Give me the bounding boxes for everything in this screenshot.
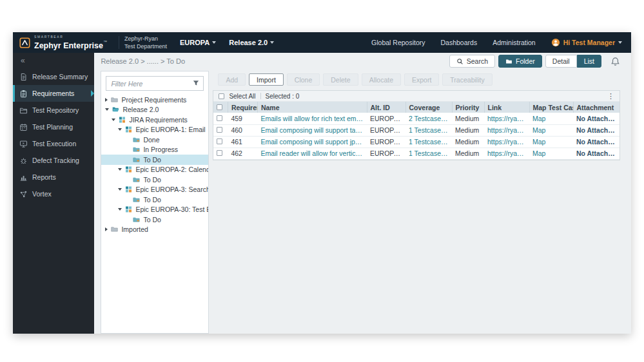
column-header-coverage[interactable]: Coverage [405, 102, 452, 113]
sidebar-item-test-execution[interactable]: Test Execution [13, 135, 94, 152]
cell-map-test-case[interactable]: Map [529, 148, 573, 159]
tree-node-epic-europa-30-test-epic[interactable]: Epic EUROPA-30: Test Epic [101, 205, 208, 215]
folder-button[interactable]: Folder [498, 55, 542, 68]
tree-node-epic-europa-3-search[interactable]: Epic EUROPA-3: Search [101, 185, 208, 195]
tree-node-project-requirements[interactable]: Project Requirements [101, 95, 208, 105]
table-row[interactable]: 462Email reader will allow for vertical … [213, 148, 620, 159]
nav-global-repository[interactable]: Global Repository [371, 39, 425, 46]
cell-name-link[interactable]: Emails will allow for rich text embeddin… [257, 113, 367, 124]
cell-coverage-link[interactable]: 1 Testcase(s) C... [405, 136, 452, 148]
toolbar-import-button[interactable]: Import [249, 73, 284, 86]
column-header-name[interactable]: Name [257, 102, 367, 113]
toolbar-allocate-button[interactable]: Allocate [362, 73, 401, 86]
toolbar-add-button[interactable]: Add [218, 73, 246, 86]
sidebar-item-label: Reports [32, 173, 56, 181]
sidebar-item-requirements[interactable]: Requirements [13, 85, 94, 102]
tree-node-to-do[interactable]: To Do [101, 214, 208, 225]
tree-node-to-do[interactable]: To Do [101, 155, 208, 165]
tree-node-imported[interactable]: Imported [101, 225, 208, 235]
requirements-grid-panel: AddImportCloneDeleteAllocateExportTracea… [213, 71, 620, 334]
tree-node-done[interactable]: Done [101, 135, 208, 145]
cell-checkbox [213, 124, 228, 136]
select-all-checkbox[interactable] [219, 93, 224, 99]
sidebar-item-label: Test Execution [32, 140, 76, 148]
tree-arrow[interactable] [118, 188, 122, 191]
filter-input[interactable] [106, 76, 204, 91]
column-header-requireme[interactable]: Requireme... [228, 102, 257, 113]
filter-funnel-icon[interactable] [192, 79, 200, 87]
sidebar-item-release-summary[interactable]: Release Summary [13, 68, 94, 85]
header-checkbox[interactable] [217, 104, 222, 110]
tree-arrow[interactable] [118, 128, 122, 131]
tree-node-label: Project Requirements [121, 96, 186, 104]
brand-smartbear-label: SMARTBEAR [34, 35, 107, 39]
tree-arrow[interactable] [105, 98, 108, 102]
tree-node-release-2-0[interactable]: Release 2.0 [101, 105, 208, 115]
column-header-priority[interactable]: Priority [452, 102, 484, 113]
cell-link-url[interactable]: https://ryan.y... [484, 124, 529, 136]
column-header-alt-id[interactable]: Alt. ID [367, 102, 405, 113]
nav-administration[interactable]: Administration [493, 39, 536, 46]
leaf-icon [132, 176, 141, 184]
row-checkbox[interactable] [217, 138, 222, 144]
tree-node-to-do[interactable]: To Do [101, 175, 208, 185]
tree-arrow[interactable] [118, 168, 122, 171]
tree-node-epic-europa-1-email[interactable]: Epic EUROPA-1: Email [101, 125, 208, 135]
cell-map-test-case[interactable]: Map [529, 136, 573, 148]
row-checkbox[interactable] [217, 115, 222, 121]
release-dropdown[interactable]: Release 2.0 [229, 39, 274, 46]
sidebar-collapse-button[interactable]: « [13, 53, 94, 68]
sidebar-item-vortex[interactable]: Vortex [13, 186, 94, 202]
cell-link-url[interactable]: https://ryan.y... [484, 136, 529, 148]
tree-node-epic-europa-2-calendar[interactable]: Epic EUROPA-2: Calendar [101, 165, 208, 175]
cell-coverage-link[interactable]: 1 Testcase(s) C... [405, 124, 452, 136]
tree-node-label: JIRA Requirements [129, 116, 187, 124]
sidebar-item-test-repository[interactable]: Test Repository [13, 102, 94, 119]
tree-node-in-progress[interactable]: In Progress [101, 145, 208, 155]
table-row[interactable]: 459Emails will allow for rich text embed… [213, 113, 620, 124]
cell-name-link[interactable]: Email reader will allow for vertical and… [257, 148, 367, 159]
table-menu-icon[interactable]: ⋮ [607, 93, 614, 100]
tree-arrow[interactable] [112, 119, 115, 121]
table-row[interactable]: 460Email composing will support tablesEU… [213, 124, 620, 136]
notifications-bell-icon[interactable] [610, 57, 620, 66]
column-header-attachment[interactable]: Attachment [573, 102, 620, 113]
cell-requirement-id: 459 [228, 113, 257, 124]
tree-arrow[interactable] [118, 208, 122, 211]
detail-view-button[interactable]: Detail [545, 55, 577, 68]
brand-text: SMARTBEAR Zephyr Enterprise™ [34, 35, 107, 50]
tree-node-to-do[interactable]: To Do [101, 195, 208, 205]
table-row[interactable]: 461Email composing will support jpeg, pn… [213, 136, 620, 148]
cell-link-url[interactable]: https://ryan.y... [484, 113, 529, 124]
sidebar-item-reports[interactable]: Reports [13, 169, 94, 186]
sidebar-item-defect-tracking[interactable]: Defect Tracking [13, 152, 94, 169]
sidebar-item-test-planning[interactable]: Test Planning [13, 119, 94, 135]
cell-map-test-case[interactable]: Map [529, 124, 573, 136]
project-dropdown[interactable]: EUROPA [180, 39, 216, 46]
column-header-link[interactable]: Link [484, 102, 529, 113]
toolbar-export-button[interactable]: Export [404, 73, 439, 86]
cell-link-url[interactable]: https://ryan.y... [484, 148, 529, 159]
cell-coverage-link[interactable]: 1 Testcase(s) Co... [405, 148, 452, 159]
row-checkbox[interactable] [217, 127, 222, 133]
cell-checkbox [213, 113, 228, 124]
column-header-map-test-case[interactable]: Map Test Case [529, 102, 573, 113]
tree-node-label: Release 2.0 [122, 106, 159, 113]
cell-coverage-link[interactable]: 2 Testcase(s) Co... [405, 113, 452, 124]
tree-arrow[interactable] [105, 108, 109, 111]
cell-map-test-case[interactable]: Map [529, 113, 573, 124]
user-menu[interactable]: Hi Test Manager [551, 38, 622, 47]
list-view-button[interactable]: List [577, 55, 601, 68]
search-button[interactable]: Search [449, 55, 495, 68]
monitor-icon [19, 140, 28, 148]
toolbar-clone-button[interactable]: Clone [287, 73, 320, 86]
tree-arrow[interactable] [105, 227, 108, 231]
row-checkbox[interactable] [217, 150, 222, 156]
toolbar-traceability-button[interactable]: Traceability [442, 73, 492, 86]
tree-node-jira-requirements[interactable]: JIRA Requirements [101, 115, 208, 125]
nav-dashboards[interactable]: Dashboards [441, 39, 478, 46]
sidebar-items: Release SummaryRequirementsTest Reposito… [13, 68, 94, 202]
cell-name-link[interactable]: Email composing will support jpeg, png, … [257, 136, 367, 148]
toolbar-delete-button[interactable]: Delete [323, 73, 358, 86]
cell-name-link[interactable]: Email composing will support tables [257, 124, 367, 136]
